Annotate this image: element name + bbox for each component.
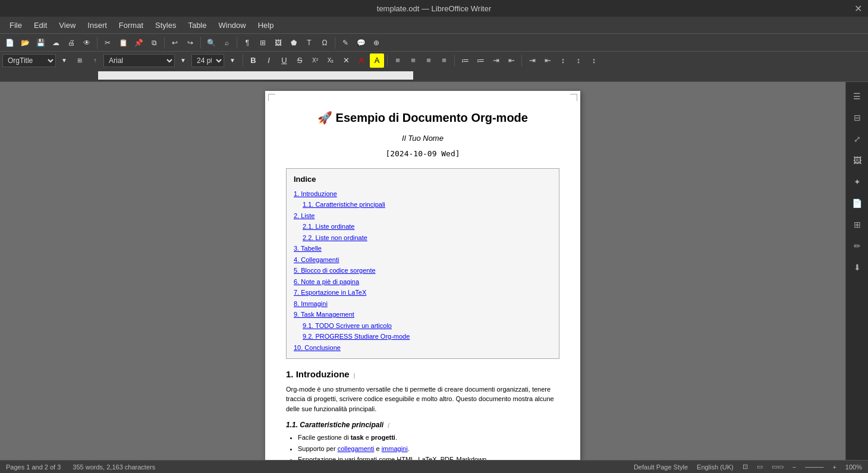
style-new[interactable]: ⊞ <box>73 53 87 68</box>
tb-cut[interactable]: ✂ <box>100 36 115 50</box>
line-spacing[interactable]: ↕ <box>587 53 601 68</box>
sidebar-toggle-icon[interactable]: ⊟ <box>849 109 866 126</box>
link-collegamenti[interactable]: collegamenti <box>338 445 375 452</box>
align-center[interactable]: ≡ <box>406 53 420 68</box>
bullets-button[interactable]: ≔ <box>458 53 472 68</box>
status-language: English (UK) <box>697 463 734 471</box>
zoom-out-button[interactable]: − <box>792 463 796 471</box>
toc-link-2[interactable]: 2. Liste <box>294 212 315 219</box>
tb-table[interactable]: ⊞ <box>256 36 270 50</box>
menu-table[interactable]: Table <box>183 20 211 31</box>
para-spacing-below[interactable]: ↕ <box>571 53 586 68</box>
zoom-slider[interactable]: ──── <box>805 463 823 471</box>
toc-link-8[interactable]: 8. Immagini <box>294 300 328 307</box>
superscript-button[interactable]: X² <box>308 53 322 68</box>
tb-findbar[interactable]: ⌕ <box>219 36 234 50</box>
toc-link-1[interactable]: 1. Introduzione <box>294 190 337 197</box>
sidebar-download-icon[interactable]: ⬇ <box>849 259 866 276</box>
toc-link-21[interactable]: 2.1. Liste ordinate <box>303 223 354 230</box>
italic-button[interactable]: I <box>262 53 276 68</box>
status-layout-icon[interactable]: ⊡ <box>743 463 748 471</box>
bold-button[interactable]: B <box>246 53 260 68</box>
menu-window[interactable]: Window <box>213 20 250 31</box>
strikethrough-button[interactable]: S <box>293 53 307 68</box>
font-color-button[interactable]: A <box>354 53 369 68</box>
sidebar-page-icon[interactable]: 📄 <box>849 195 866 212</box>
toc-link-6[interactable]: 6. Note a piè di pagina <box>294 278 359 285</box>
tb-image[interactable]: 🖼 <box>271 36 285 50</box>
tb-open[interactable]: 📂 <box>18 36 32 50</box>
paragraph-style-select[interactable]: OrgTitle <box>2 54 56 67</box>
list-indent-more[interactable]: ⇥ <box>489 53 503 68</box>
toc-link-3[interactable]: 3. Tabelle <box>294 245 322 252</box>
font-select[interactable]: Arial <box>103 54 175 67</box>
underline-button[interactable]: U <box>277 53 291 68</box>
tb-find[interactable]: 🔍 <box>204 36 218 50</box>
zoom-in-button[interactable]: + <box>832 463 836 471</box>
status-right: Default Page Style English (UK) ⊡ ▭ ▭▭ −… <box>634 463 862 471</box>
font-size-select[interactable]: 24 pt <box>191 54 224 67</box>
indent-more[interactable]: ⇥ <box>525 53 539 68</box>
align-right[interactable]: ≡ <box>422 53 436 68</box>
tb-textbox[interactable]: T <box>302 36 316 50</box>
menu-insert[interactable]: Insert <box>83 20 112 31</box>
tb-copy[interactable]: 📋 <box>116 36 130 50</box>
highlight-button[interactable]: A <box>370 53 384 68</box>
numbering-button[interactable]: ≔ <box>473 53 488 68</box>
sidebar-image-icon[interactable]: 🖼 <box>849 152 866 169</box>
doc-date: [2024-10-09 Wed] <box>286 148 559 160</box>
tb-clone[interactable]: ⧉ <box>147 36 161 50</box>
para-spacing-above[interactable]: ↕ <box>556 53 570 68</box>
toc-link-11[interactable]: 1.1. Caratteristiche principali <box>303 201 385 208</box>
font-dropdown[interactable]: ▼ <box>176 53 190 68</box>
menu-styles[interactable]: Styles <box>150 20 181 31</box>
align-left[interactable]: ≡ <box>391 53 405 68</box>
menu-view[interactable]: View <box>54 20 80 31</box>
tb-shape[interactable]: ⬟ <box>287 36 301 50</box>
toc-link-10[interactable]: 10. Conclusione <box>294 344 341 351</box>
status-view-single[interactable]: ▭ <box>757 463 763 471</box>
toc-link-9[interactable]: 9. Task Management <box>294 311 354 318</box>
tb-preview[interactable]: 👁 <box>80 36 94 50</box>
style-update[interactable]: ↑ <box>88 53 102 68</box>
tb-save[interactable]: 💾 <box>33 36 48 50</box>
sidebar-gallery-icon[interactable]: ⊞ <box>849 216 866 233</box>
toc-link-92[interactable]: 9.2. PROGRESS Studiare Org-mode <box>303 333 410 340</box>
toc-link-22[interactable]: 2.2. Liste non ordinate <box>303 234 367 241</box>
sidebar-edit-icon[interactable]: ✏ <box>849 238 866 254</box>
document-area[interactable]: 🚀 Esempio di Documento Org-mode Il Tuo N… <box>0 82 845 473</box>
tb-special-char[interactable]: Ω <box>317 36 332 50</box>
s1-body: Org-mode è uno strumento versatile che t… <box>286 384 559 414</box>
tb-new[interactable]: 📄 <box>2 36 17 50</box>
align-justify[interactable]: ≡ <box>437 53 451 68</box>
tb-save-remote[interactable]: ☁ <box>49 36 63 50</box>
menu-edit[interactable]: Edit <box>29 20 52 31</box>
toc-link-5[interactable]: 5. Blocco di codice sorgente <box>294 267 376 274</box>
sidebar-resize-icon[interactable]: ⤢ <box>849 131 866 147</box>
tb-comment[interactable]: 💬 <box>354 36 368 50</box>
style-list-btn[interactable]: ▼ <box>57 53 71 68</box>
subscript-button[interactable]: X₂ <box>323 53 338 68</box>
menu-help[interactable]: Help <box>253 20 279 31</box>
toc-link-4[interactable]: 4. Collegamenti <box>294 256 339 263</box>
clear-fmt-button[interactable]: ✕ <box>339 53 353 68</box>
tb-more[interactable]: ⊕ <box>369 36 383 50</box>
list-indent-less[interactable]: ⇤ <box>504 53 518 68</box>
toc-link-7[interactable]: 7. Esportazione in LaTeX <box>294 289 366 296</box>
menu-format[interactable]: Format <box>114 20 148 31</box>
size-dropdown[interactable]: ▼ <box>225 53 240 68</box>
tb-paste[interactable]: 📌 <box>131 36 146 50</box>
sidebar-menu-icon[interactable]: ☰ <box>849 88 866 105</box>
tb-track[interactable]: ✎ <box>338 36 353 50</box>
close-button[interactable]: ✕ <box>854 3 862 14</box>
sidebar-star-icon[interactable]: ✦ <box>849 174 866 190</box>
tb-redo[interactable]: ↪ <box>183 36 197 50</box>
tb-nonprint[interactable]: ¶ <box>240 36 254 50</box>
menu-file[interactable]: File <box>5 20 27 31</box>
status-view-double[interactable]: ▭▭ <box>772 463 784 471</box>
tb-undo[interactable]: ↩ <box>168 36 182 50</box>
toc-link-91[interactable]: 9.1. TODO Scrivere un articolo <box>303 322 392 329</box>
tb-print[interactable]: 🖨 <box>64 36 78 50</box>
indent-less[interactable]: ⇤ <box>540 53 555 68</box>
link-immagini[interactable]: immagini <box>382 445 408 452</box>
